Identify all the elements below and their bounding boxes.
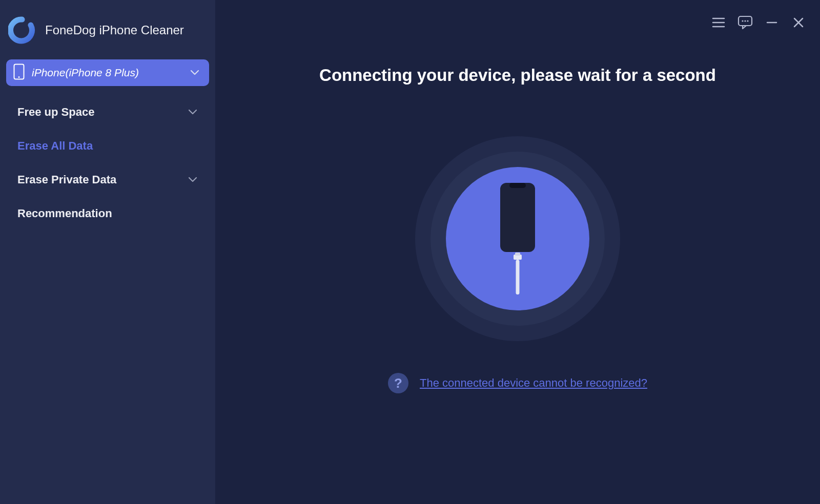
help-row: ? The connected device cannot be recogni… bbox=[388, 373, 647, 393]
phone-icon bbox=[13, 64, 25, 82]
svg-rect-16 bbox=[516, 260, 520, 295]
svg-rect-15 bbox=[515, 253, 520, 256]
device-label: iPhone(iPhone 8 Plus) bbox=[32, 67, 182, 79]
phone-illustration-icon bbox=[487, 180, 548, 298]
main-panel: Connecting your device, please wait for … bbox=[215, 0, 820, 504]
nav-item-label: Erase Private Data bbox=[17, 173, 116, 186]
nav: Free up Space Erase All Data Erase Priva… bbox=[0, 95, 215, 230]
brand-logo-icon bbox=[8, 16, 36, 44]
svg-rect-12 bbox=[500, 183, 535, 252]
nav-recommendation[interactable]: Recommendation bbox=[0, 197, 215, 230]
connecting-illustration bbox=[415, 136, 620, 341]
app-window: FoneDog iPhone Cleaner iPhone(iPhone 8 P… bbox=[0, 0, 820, 504]
chevron-down-icon bbox=[188, 175, 198, 185]
chevron-down-icon bbox=[188, 107, 198, 117]
nav-erase-all-data[interactable]: Erase All Data bbox=[0, 129, 215, 163]
nav-item-label: Erase All Data bbox=[17, 139, 93, 153]
help-link[interactable]: The connected device cannot be recognize… bbox=[420, 376, 647, 390]
svg-rect-13 bbox=[509, 183, 526, 188]
app-title: FoneDog iPhone Cleaner bbox=[45, 23, 184, 37]
help-icon[interactable]: ? bbox=[388, 373, 408, 393]
nav-free-up-space[interactable]: Free up Space bbox=[0, 95, 215, 129]
brand: FoneDog iPhone Cleaner bbox=[0, 11, 215, 49]
main-content: Connecting your device, please wait for … bbox=[215, 0, 820, 504]
chevron-down-icon bbox=[190, 68, 200, 78]
device-selector[interactable]: iPhone(iPhone 8 Plus) bbox=[6, 59, 209, 86]
sidebar: FoneDog iPhone Cleaner iPhone(iPhone 8 P… bbox=[0, 0, 215, 504]
nav-item-label: Free up Space bbox=[17, 106, 94, 119]
svg-point-1 bbox=[18, 76, 20, 78]
connecting-headline: Connecting your device, please wait for … bbox=[319, 66, 716, 85]
nav-item-label: Recommendation bbox=[17, 207, 112, 220]
nav-erase-private-data[interactable]: Erase Private Data bbox=[0, 163, 215, 197]
